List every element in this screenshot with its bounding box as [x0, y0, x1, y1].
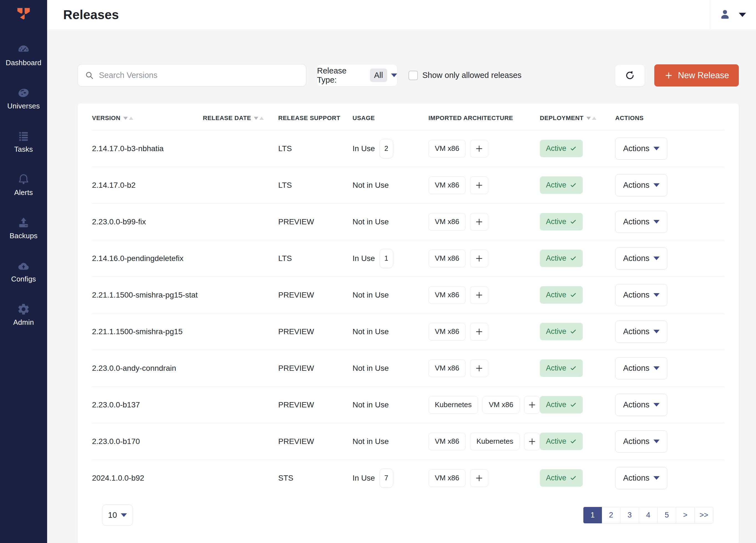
release-support-text: PREVIEW — [278, 327, 314, 336]
sidebar-item-configs[interactable]: Configs — [0, 259, 47, 284]
sidebar-item-admin[interactable]: Admin — [0, 303, 47, 327]
row-actions-button[interactable]: Actions — [615, 321, 667, 343]
sidebar-item-label: Dashboard — [6, 58, 42, 67]
architecture-cell: VM x86Kubernetes — [428, 433, 540, 450]
add-architecture-button[interactable] — [470, 323, 488, 341]
check-icon — [570, 328, 577, 335]
architecture-cell: KubernetesVM x86 — [428, 396, 540, 414]
usage-text: Not in Use — [353, 437, 389, 446]
sidebar-item-dashboard[interactable]: Dashboard — [0, 43, 47, 67]
add-architecture-button[interactable] — [470, 176, 488, 194]
architecture-chip: Kubernetes — [428, 396, 478, 414]
row-actions-label: Actions — [623, 437, 649, 446]
version-text: 2.14.16.0-pendingdeletefix — [92, 254, 183, 263]
table-row: 2.14.17.0-b2LTSNot in UseVM x86ActiveAct… — [92, 167, 724, 203]
usage-text: Not in Use — [353, 364, 389, 373]
row-actions-button[interactable]: Actions — [615, 174, 667, 196]
plus-icon — [475, 217, 484, 226]
user-menu[interactable] — [710, 0, 756, 29]
deployment-status-label: Active — [546, 254, 566, 262]
check-icon — [570, 218, 577, 225]
deployment-status-badge: Active — [540, 213, 583, 230]
usage-text: In Use — [353, 254, 375, 263]
sidebar-item-alerts[interactable]: Alerts — [0, 173, 47, 197]
add-architecture-button[interactable] — [470, 360, 488, 377]
upload-drive-icon — [17, 216, 30, 229]
row-actions-button[interactable]: Actions — [615, 284, 667, 306]
add-architecture-button[interactable] — [470, 249, 488, 267]
usage-count-chip: 2 — [379, 139, 393, 158]
row-actions-button[interactable]: Actions — [615, 430, 667, 453]
row-actions-label: Actions — [623, 400, 649, 409]
pagination-page-last[interactable]: >> — [695, 507, 713, 523]
pagination-page-1[interactable]: 1 — [583, 507, 602, 523]
add-architecture-button[interactable] — [470, 286, 488, 304]
row-actions-label: Actions — [623, 217, 649, 226]
usage-text: Not in Use — [353, 291, 389, 300]
release-support-text: LTS — [278, 254, 292, 263]
column-header-version[interactable]: Version — [92, 114, 203, 122]
sidebar-item-universes[interactable]: Universes — [0, 86, 47, 110]
column-header-release-date[interactable]: Release Date — [203, 114, 278, 122]
add-architecture-button[interactable] — [524, 433, 540, 450]
check-icon — [570, 182, 577, 188]
plus-icon — [475, 327, 484, 336]
sidebar-item-tasks[interactable]: Tasks — [0, 130, 47, 154]
user-avatar-icon — [718, 8, 732, 21]
toolbar: Release Type: All Show only allowed rele… — [78, 64, 739, 86]
release-type-dropdown[interactable]: Release Type: All — [317, 64, 397, 86]
add-architecture-button[interactable] — [524, 396, 540, 414]
column-header-actions: Actions — [615, 114, 724, 122]
pagination-page-5[interactable]: 5 — [658, 507, 676, 523]
deployment-status-badge: Active — [540, 140, 583, 157]
row-actions-button[interactable]: Actions — [615, 467, 667, 489]
architecture-chip: VM x86 — [428, 213, 466, 231]
column-header-deployment[interactable]: Deployment — [540, 114, 615, 122]
show-allowed-checkbox[interactable] — [408, 71, 418, 80]
pagination-page-4[interactable]: 4 — [639, 507, 658, 523]
check-icon — [570, 255, 577, 262]
sidebar-nav: Dashboard Universes Tasks — [0, 43, 47, 327]
version-text: 2.23.0.0-andy-conndrain — [92, 364, 176, 373]
usage-text: Not in Use — [353, 181, 389, 190]
sidebar-item-label: Alerts — [14, 188, 33, 197]
architecture-chip: VM x86 — [428, 249, 466, 267]
chevron-down-icon — [391, 73, 397, 77]
plus-icon — [664, 71, 673, 80]
pagination-page-next[interactable]: > — [676, 507, 695, 523]
add-architecture-button[interactable] — [470, 469, 488, 487]
search-input[interactable] — [78, 64, 306, 86]
row-actions-button[interactable]: Actions — [615, 211, 667, 233]
release-support-text: PREVIEW — [278, 401, 314, 409]
row-actions-button[interactable]: Actions — [615, 357, 667, 379]
chevron-down-icon — [653, 366, 660, 370]
chevron-down-icon — [653, 183, 660, 187]
row-actions-label: Actions — [623, 364, 649, 373]
row-actions-button[interactable]: Actions — [615, 394, 667, 416]
chevron-down-icon — [653, 440, 660, 443]
gear-icon — [17, 303, 30, 316]
row-actions-button[interactable]: Actions — [615, 137, 667, 160]
add-architecture-button[interactable] — [470, 213, 488, 231]
release-support-text: LTS — [278, 144, 292, 153]
pagination-page-3[interactable]: 3 — [620, 507, 639, 523]
page-size-dropdown[interactable]: 10 — [102, 504, 133, 526]
new-release-button[interactable]: New Release — [654, 64, 739, 86]
row-actions-label: Actions — [623, 291, 649, 300]
refresh-button[interactable] — [615, 64, 645, 86]
table-row: 2.21.1.1500-smishra-pg15PREVIEWNot in Us… — [92, 313, 724, 350]
architecture-chip: VM x86 — [428, 286, 466, 304]
pagination-page-2[interactable]: 2 — [602, 507, 620, 523]
check-icon — [570, 145, 577, 152]
sidebar-item-backups[interactable]: Backups — [0, 216, 47, 240]
search-icon — [85, 71, 94, 80]
plus-icon — [475, 291, 484, 300]
add-architecture-button[interactable] — [470, 140, 488, 157]
row-actions-button[interactable]: Actions — [615, 247, 667, 269]
deployment-status-badge: Active — [540, 469, 583, 487]
release-support-text: PREVIEW — [278, 364, 314, 373]
pagination-page-label: 3 — [627, 511, 632, 519]
release-type-value: All — [370, 68, 387, 82]
deployment-status-badge: Active — [540, 176, 583, 194]
sort-icon — [123, 117, 133, 120]
